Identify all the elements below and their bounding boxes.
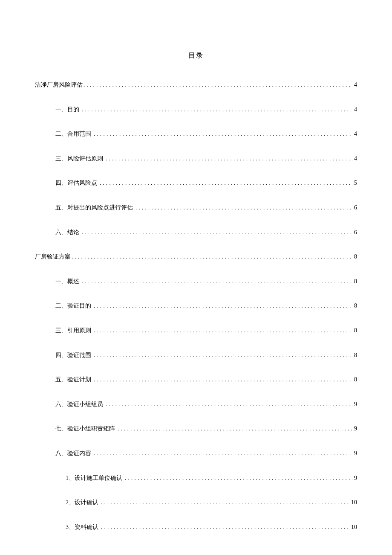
toc-entry-page: 5 [353,179,357,187]
toc-entry-page: 8 [353,302,357,310]
toc-entry-page: 9 [353,449,357,458]
toc-entry: 六、验证小组组员9 [35,400,357,409]
toc-entry-page: 6 [353,228,357,237]
toc-entry-page: 8 [353,351,357,360]
toc-entry-leader [93,352,353,359]
toc-entry-label: 四、评估风险点 [55,179,99,187]
toc-entry-page: 8 [353,253,357,261]
toc-entry-page: 10 [350,498,357,507]
toc-entry-label: 六、验证小组组员 [55,400,105,409]
toc-entry-leader [93,450,353,457]
toc-entry: 四、评估风险点5 [35,179,357,187]
toc-entry: 二、合用范围4 [35,130,357,138]
toc-entry: 四、验证范围8 [35,351,357,360]
toc-entry-page: 4 [353,130,357,138]
toc-entry-leader [83,81,353,89]
toc-entry-label: 二、验证目的 [55,302,93,310]
toc-entry: 六、结论6 [35,228,357,237]
toc-entry-leader [105,401,353,408]
toc-entry-label: 2、设计确认 [66,498,100,507]
toc-entry: 八、验证内容9 [35,449,357,458]
toc-entry-leader [71,253,353,261]
toc-entry-page: 9 [353,400,357,409]
toc-entry-leader [124,474,353,482]
toc-entry: 三、风险评估原则4 [35,154,357,163]
toc-entry-label: 五、对提出的风险点进行评估 [55,203,135,212]
toc-entry-leader [93,302,353,310]
toc-entry-leader [93,130,353,138]
toc-entry: 二、验证目的8 [35,302,357,310]
toc-entry-leader [117,425,353,433]
toc-entry: 一、概述8 [35,277,357,286]
toc-entry-page: 9 [353,474,357,482]
toc-entry-leader [81,229,353,236]
toc-entry-label: 五、验证计划 [55,375,93,384]
toc-entry-page: 9 [353,424,357,433]
toc-entry-leader [135,204,353,212]
toc-entry-page: 8 [353,326,357,335]
toc-entry-label: 七、验证小组职责矩阵 [55,424,117,433]
toc-entry-leader [99,179,353,187]
toc-entry-page: 4 [353,154,357,163]
toc-entry-page: 4 [353,81,357,89]
toc-container: 洁净厂房风险评估4一、目的4二、合用范围4三、风险评估原则4四、评估风险点5五、… [35,81,357,531]
toc-entry-label: 三、风险评估原则 [55,154,105,163]
toc-entry-label: 一、概述 [55,277,81,286]
toc-entry-label: 三、引用原则 [55,326,93,335]
toc-entry-label: 四、验证范围 [55,351,93,360]
toc-entry-label: 六、结论 [55,228,81,237]
toc-entry: 3、资料确认10 [35,523,357,532]
toc-entry: 三、引用原则8 [35,326,357,335]
toc-entry: 七、验证小组职责矩阵9 [35,424,357,433]
toc-entry: 厂房验证方案8 [35,253,357,261]
toc-entry-leader [105,155,353,163]
toc-entry-leader [93,376,353,384]
toc-entry: 一、目的4 [35,105,357,114]
toc-title: 目录 [35,51,357,60]
toc-entry-page: 10 [350,523,357,532]
toc-entry: 2、设计确认10 [35,498,357,507]
toc-entry: 1、设计施工单位确认9 [35,474,357,482]
toc-entry-leader [81,278,353,285]
toc-entry-label: 洁净厂房风险评估 [35,81,83,89]
toc-entry-page: 6 [353,203,357,212]
toc-entry-label: 八、验证内容 [55,449,93,458]
toc-entry-leader [93,327,353,334]
toc-entry: 五、对提出的风险点进行评估6 [35,203,357,212]
toc-entry-label: 一、目的 [55,105,81,114]
toc-entry: 五、验证计划8 [35,375,357,384]
toc-entry-leader [100,523,350,531]
toc-entry-label: 二、合用范围 [55,130,93,138]
toc-entry: 洁净厂房风险评估4 [35,81,357,89]
toc-entry-page: 4 [353,105,357,114]
toc-entry-leader [81,106,353,113]
toc-entry-leader [100,499,350,506]
toc-entry-label: 3、资料确认 [66,523,100,532]
toc-entry-label: 1、设计施工单位确认 [66,474,124,482]
toc-entry-page: 8 [353,277,357,286]
toc-entry-page: 8 [353,375,357,384]
toc-entry-label: 厂房验证方案 [35,253,71,261]
